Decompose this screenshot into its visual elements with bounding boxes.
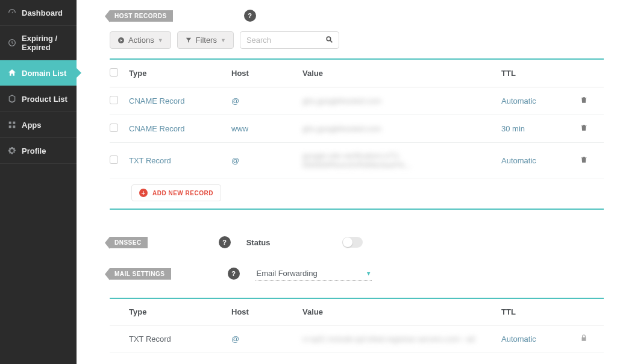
row-checkbox[interactable] [110, 155, 118, 164]
chevron-down-icon: ▼ [158, 37, 163, 43]
table-row: CNAME Record www ghs.googlehosted.com 30… [110, 115, 604, 143]
sidebar-item-label: Product List [22, 95, 67, 104]
dnssec-toggle[interactable] [342, 237, 363, 248]
sidebar-item-domain-list[interactable]: Domain List [0, 60, 77, 86]
col-ttl: TTL [501, 69, 580, 78]
section-tag-host-records: HOST RECORDS [110, 10, 173, 22]
cell-ttl[interactable]: 30 min [501, 124, 580, 133]
sidebar-item-label: Apps [22, 121, 42, 130]
trash-icon[interactable] [580, 96, 604, 106]
sidebar-item-label: Dashboard [22, 8, 63, 17]
sidebar-item-label: Expiring / Expired [22, 34, 69, 52]
trash-icon[interactable] [580, 124, 604, 134]
help-icon[interactable]: ? [228, 268, 240, 280]
play-icon [117, 37, 125, 44]
row-checkbox[interactable] [110, 96, 118, 104]
cell-type[interactable]: CNAME Record [129, 124, 231, 133]
col-type: Type [129, 307, 231, 316]
cell-value[interactable]: google-site-verification=xT1-000000Pknm3… [302, 151, 501, 169]
table-row: CNAME Record @ ghs.googlehosted.com Auto… [110, 87, 604, 115]
toggle-knob [343, 237, 352, 247]
host-records-table: Type Host Value TTL CNAME Record @ ghs.g… [110, 58, 604, 210]
gear-icon [7, 146, 17, 155]
cell-host[interactable]: @ [231, 96, 302, 105]
sidebar-item-product-list[interactable]: Product List [0, 86, 77, 112]
sidebar-item-dashboard[interactable]: Dashboard [0, 0, 77, 26]
filter-icon [185, 37, 192, 44]
svg-rect-1 [9, 122, 11, 124]
plus-icon: + [139, 189, 148, 197]
chevron-down-icon: ▼ [221, 37, 226, 43]
toolbar: Actions ▼ Filters ▼ [110, 31, 604, 49]
help-icon[interactable]: ? [219, 236, 231, 248]
svg-marker-7 [186, 37, 190, 42]
sidebar-item-label: Domain List [22, 69, 66, 78]
table-header: Type Host Value TTL [110, 298, 604, 325]
lock-icon [580, 334, 604, 344]
col-value: Value [302, 69, 501, 78]
col-value: Value [302, 307, 501, 316]
cell-value[interactable]: ghs.googlehosted.com [302, 124, 501, 133]
svg-point-8 [327, 37, 331, 40]
table-row: TXT Record @ google-site-verification=xT… [110, 143, 604, 178]
grid-icon [7, 120, 17, 130]
mail-settings-value: Email Forwarding [257, 269, 318, 278]
dnssec-status-label: Status [246, 238, 271, 247]
chevron-down-icon: ▼ [366, 270, 372, 277]
svg-rect-2 [13, 122, 15, 124]
filters-label: Filters [196, 36, 217, 45]
section-tag-mail-settings: MAIL SETTINGS [110, 268, 171, 280]
cell-type: TXT Record [129, 334, 231, 344]
col-type: Type [129, 69, 231, 78]
sidebar-item-label: Profile [22, 146, 46, 155]
filters-button[interactable]: Filters ▼ [177, 31, 234, 49]
cell-ttl: Automatic [501, 334, 580, 344]
select-all-checkbox[interactable] [110, 68, 118, 77]
svg-rect-4 [13, 125, 15, 128]
add-new-record-button[interactable]: + ADD NEW RECORD [131, 184, 221, 201]
add-new-record-label: ADD NEW RECORD [152, 190, 213, 196]
house-icon [7, 68, 17, 78]
help-icon[interactable]: ? [244, 10, 256, 22]
col-host: Host [231, 307, 302, 316]
sidebar: Dashboard Expiring / Expired Domain List… [0, 0, 77, 364]
section-tag-dnssec: DNSSEC [110, 237, 148, 248]
trash-icon[interactable] [580, 155, 604, 166]
cell-host: @ [231, 334, 302, 344]
cell-host[interactable]: www [231, 124, 302, 133]
sidebar-item-apps[interactable]: Apps [0, 112, 77, 138]
cell-ttl[interactable]: Automatic [501, 96, 580, 105]
col-ttl: TTL [501, 307, 580, 316]
search-input[interactable] [240, 31, 339, 49]
actions-label: Actions [128, 36, 154, 45]
actions-button[interactable]: Actions ▼ [110, 31, 171, 49]
sidebar-item-profile[interactable]: Profile [0, 138, 77, 164]
cell-host[interactable]: @ [231, 156, 302, 165]
table-row: TXT Record @ v=spf1 include:spf.efwd.reg… [110, 325, 604, 353]
cell-type[interactable]: TXT Record [129, 156, 231, 165]
cell-ttl[interactable]: Automatic [501, 156, 580, 165]
search-icon[interactable] [325, 36, 333, 45]
svg-rect-3 [9, 125, 11, 128]
clock-icon [7, 38, 17, 48]
cell-value: v=spf1 include:spf.efwd.registrar-server… [302, 334, 501, 344]
svg-line-9 [330, 40, 332, 42]
box-icon [7, 94, 17, 104]
main-content: HOST RECORDS ? Actions ▼ Filters ▼ [77, 0, 617, 364]
row-checkbox[interactable] [110, 124, 118, 132]
cell-type[interactable]: CNAME Record [129, 96, 231, 105]
gauge-icon [7, 8, 17, 17]
col-host: Host [231, 69, 302, 78]
cell-value[interactable]: ghs.googlehosted.com [302, 96, 501, 105]
sidebar-item-expiring[interactable]: Expiring / Expired [0, 26, 77, 60]
table-header: Type Host Value TTL [110, 58, 604, 87]
mail-records-table: Type Host Value TTL TXT Record @ v=spf1 … [110, 298, 604, 353]
mail-settings-select[interactable]: Email Forwarding ▼ [255, 266, 372, 281]
